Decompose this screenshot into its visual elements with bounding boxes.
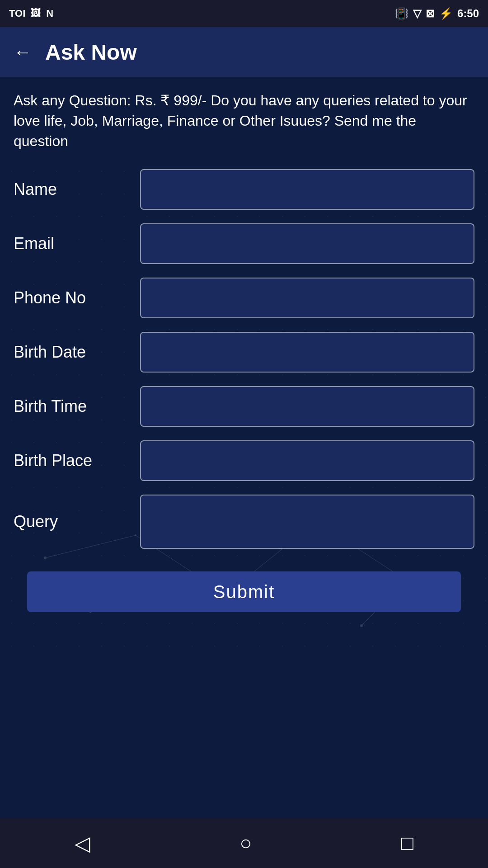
signal-icon: ⊠ bbox=[426, 7, 435, 20]
nav-recent-icon[interactable]: □ bbox=[401, 831, 413, 855]
name-input[interactable] bbox=[140, 169, 474, 210]
submit-button[interactable]: Submit bbox=[27, 571, 461, 612]
name-label: Name bbox=[14, 180, 140, 199]
query-row: Query bbox=[14, 495, 474, 549]
toi-icon: TOI bbox=[9, 8, 25, 19]
status-bar-right: 📳 ▽ ⊠ ⚡ 6:50 bbox=[395, 7, 479, 20]
notification-icon: N bbox=[46, 8, 53, 19]
page-title: Ask Now bbox=[45, 40, 137, 65]
time-display: 6:50 bbox=[457, 7, 479, 20]
image-icon: 🖼 bbox=[31, 8, 41, 19]
wifi-icon: ▽ bbox=[413, 7, 421, 20]
nav-bar: ◁ ○ □ bbox=[0, 818, 488, 868]
email-label: Email bbox=[14, 234, 140, 253]
birthplace-row: Birth Place bbox=[14, 440, 474, 481]
vibrate-icon: 📳 bbox=[395, 7, 408, 20]
birthdate-input[interactable] bbox=[140, 332, 474, 373]
birthdate-label: Birth Date bbox=[14, 343, 140, 362]
query-input[interactable] bbox=[140, 495, 474, 549]
status-bar: TOI 🖼 N 📳 ▽ ⊠ ⚡ 6:50 bbox=[0, 0, 488, 27]
phone-label: Phone No bbox=[14, 288, 140, 307]
header: ← Ask Now bbox=[0, 27, 488, 77]
birthtime-row: Birth Time bbox=[14, 386, 474, 427]
svg-point-0 bbox=[44, 557, 47, 559]
email-row: Email bbox=[14, 223, 474, 264]
birthtime-label: Birth Time bbox=[14, 397, 140, 416]
nav-home-icon[interactable]: ○ bbox=[239, 831, 252, 855]
birthplace-input[interactable] bbox=[140, 440, 474, 481]
back-button[interactable]: ← bbox=[14, 43, 32, 61]
birthplace-label: Birth Place bbox=[14, 451, 140, 470]
birthtime-input[interactable] bbox=[140, 386, 474, 427]
phone-input[interactable] bbox=[140, 278, 474, 318]
description-text: Ask any Question: Rs. ₹ 999/- Do you hav… bbox=[0, 77, 488, 160]
nav-back-icon[interactable]: ◁ bbox=[75, 831, 90, 855]
email-input[interactable] bbox=[140, 223, 474, 264]
name-row: Name bbox=[14, 169, 474, 210]
phone-row: Phone No bbox=[14, 278, 474, 318]
query-label: Query bbox=[14, 512, 140, 531]
battery-icon: ⚡ bbox=[439, 7, 453, 20]
birthdate-row: Birth Date bbox=[14, 332, 474, 373]
status-bar-left: TOI 🖼 N bbox=[9, 8, 53, 19]
form-container: Name Email Phone No Birth Date Birth Tim… bbox=[0, 160, 488, 648]
submit-section: Submit bbox=[14, 562, 474, 630]
